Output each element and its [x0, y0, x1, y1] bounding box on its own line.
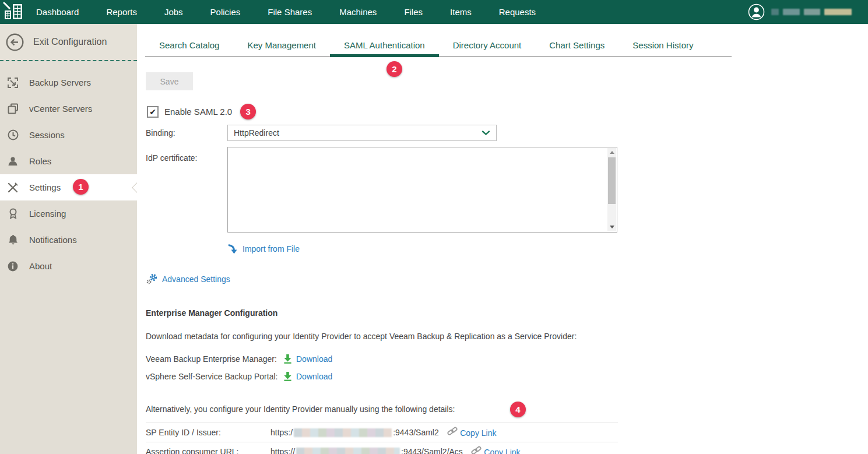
sidebar-item-label: Roles — [29, 156, 51, 166]
redacted-username-block — [783, 9, 800, 15]
enterprise-manager-heading: Enterprise Manager Configuration — [146, 308, 868, 318]
sidebar-item-sessions[interactable]: Sessions — [0, 122, 137, 148]
enable-saml-label: Enable SAML 2.0 — [164, 107, 232, 117]
download-icon — [283, 354, 292, 364]
topnav-files[interactable]: Files — [404, 7, 423, 17]
sidebar-item-label: About — [29, 261, 52, 271]
user-avatar-icon[interactable] — [748, 3, 765, 20]
tab-key-management[interactable]: Key Management — [233, 35, 330, 57]
em-metadata-label: Veeam Backup Enterprise Manager: — [146, 354, 283, 364]
advanced-settings-label: Advanced Settings — [162, 274, 230, 284]
scrollbar[interactable] — [607, 148, 616, 231]
import-from-file-link[interactable]: Import from File — [227, 244, 868, 254]
info-icon — [6, 261, 20, 272]
table-row-sp-entity-id: SP Entity ID / Issuer: https:/:9443/Saml… — [146, 423, 618, 442]
user-area[interactable] — [748, 3, 852, 20]
sidebar-divider — [0, 60, 137, 61]
sp-entity-copy-label: Copy Link — [460, 428, 496, 438]
tab-chart-settings[interactable]: Chart Settings — [535, 35, 619, 57]
sidebar-item-settings[interactable]: Settings — [0, 174, 137, 200]
vsphere-metadata-download-label: Download — [296, 372, 332, 381]
enable-saml-row: Enable SAML 2.0 3 — [147, 104, 868, 119]
veeam-logo-icon[interactable] — [0, 0, 28, 24]
sidebar-item-label: Licensing — [29, 209, 66, 219]
redacted-host-block — [294, 428, 392, 437]
gear-icon — [146, 273, 157, 284]
top-navigation: Dashboard Reports Jobs Policies File Sha… — [36, 7, 536, 17]
topnav-items[interactable]: Items — [450, 7, 472, 17]
assertion-url-value: https://:9443/Saml2/Acs — [270, 447, 463, 454]
scrollbar-up-button[interactable] — [607, 148, 616, 157]
award-icon — [6, 208, 20, 219]
idp-certificate-textarea[interactable] — [227, 147, 617, 233]
sidebar-item-label: Backup Servers — [29, 78, 91, 87]
settings-content: Search Catalog Key Management SAML Authe… — [137, 24, 868, 454]
sidebar-item-label: Settings — [29, 182, 61, 192]
assertion-url-copy-label: Copy Link — [484, 448, 520, 454]
sidebar-item-label: vCenter Servers — [29, 104, 92, 114]
topnav-requests[interactable]: Requests — [499, 7, 536, 17]
top-bar: Dashboard Reports Jobs Policies File Sha… — [0, 0, 868, 24]
clock-icon — [6, 129, 20, 140]
redacted-username-block — [771, 9, 779, 15]
vsphere-metadata-download-link[interactable]: Download — [283, 371, 332, 381]
redacted-username-block — [824, 9, 852, 15]
advanced-settings-link[interactable]: Advanced Settings — [146, 273, 868, 284]
topnav-jobs[interactable]: Jobs — [164, 7, 183, 17]
topnav-reports[interactable]: Reports — [106, 7, 137, 17]
exit-configuration-label: Exit Configuration — [33, 37, 107, 47]
sidebar-item-backup-servers[interactable]: Backup Servers — [0, 69, 137, 96]
import-from-file-label: Import from File — [243, 244, 300, 254]
person-icon — [6, 156, 20, 167]
tab-saml-authentication[interactable]: SAML Authentication — [330, 35, 439, 57]
topnav-policies[interactable]: Policies — [210, 7, 241, 17]
chevron-down-icon — [482, 130, 490, 136]
callout-badge-settings: 1 — [73, 179, 89, 195]
sidebar-item-licensing[interactable]: Licensing — [0, 200, 137, 227]
back-arrow-icon — [6, 33, 24, 51]
topnav-file-shares[interactable]: File Shares — [268, 7, 312, 17]
bell-icon — [6, 234, 20, 245]
link-icon — [447, 427, 458, 436]
metadata-intro-text: Download metadata for configuring your I… — [146, 332, 868, 341]
manual-config-details-table: SP Entity ID / Issuer: https:/:9443/Saml… — [146, 423, 618, 454]
sp-entity-copy-link[interactable]: Copy Link — [447, 427, 497, 438]
em-metadata-download-link[interactable]: Download — [283, 354, 332, 364]
topnav-machines[interactable]: Machines — [339, 7, 377, 17]
table-row-assertion-url: Assertion consumer URL: https://:9443/Sa… — [146, 442, 618, 454]
sp-entity-value: https:/:9443/Saml2 — [270, 428, 439, 437]
topnav-dashboard[interactable]: Dashboard — [36, 7, 79, 17]
vsphere-metadata-label: vSphere Self-Service Backup Portal: — [146, 372, 283, 381]
callout-badge-details: 4 — [510, 402, 526, 417]
tab-search-catalog[interactable]: Search Catalog — [145, 35, 233, 57]
assertion-url-copy-link[interactable]: Copy Link — [471, 446, 521, 454]
sidebar-item-roles[interactable]: Roles — [0, 148, 137, 174]
enable-saml-checkbox[interactable] — [147, 106, 159, 118]
download-icon — [283, 371, 292, 381]
tab-session-history[interactable]: Session History — [619, 35, 707, 57]
backup-servers-icon — [6, 77, 20, 89]
idp-certificate-label: IdP certificate: — [146, 147, 227, 233]
sidebar-item-label: Notifications — [29, 235, 77, 245]
sidebar-item-notifications[interactable]: Notifications — [0, 227, 137, 253]
sidebar-item-vcenter-servers[interactable]: vCenter Servers — [0, 96, 137, 122]
binding-select[interactable]: HttpRedirect — [227, 125, 497, 141]
binding-label: Binding: — [146, 125, 227, 141]
scrollbar-thumb[interactable] — [608, 157, 616, 204]
binding-value: HttpRedirect — [234, 128, 279, 138]
callout-badge-saml-tab: 2 — [386, 61, 402, 77]
import-arrow-icon — [227, 244, 237, 254]
vsphere-metadata-row: vSphere Self-Service Backup Portal: Down… — [146, 371, 868, 381]
redacted-username-block — [804, 9, 820, 15]
sp-entity-label: SP Entity ID / Issuer: — [146, 428, 270, 437]
settings-tab-bar: Search Catalog Key Management SAML Authe… — [145, 35, 732, 57]
redacted-host-block — [296, 448, 400, 454]
tools-icon — [6, 182, 20, 193]
scrollbar-down-button[interactable] — [607, 223, 616, 231]
sidebar-item-about[interactable]: About — [0, 253, 137, 279]
vcenter-servers-icon — [6, 103, 20, 114]
tab-directory-account[interactable]: Directory Account — [439, 35, 536, 57]
callout-badge-enable-saml: 3 — [240, 104, 256, 119]
exit-configuration-button[interactable]: Exit Configuration — [0, 24, 137, 60]
save-button[interactable]: Save — [146, 72, 193, 90]
